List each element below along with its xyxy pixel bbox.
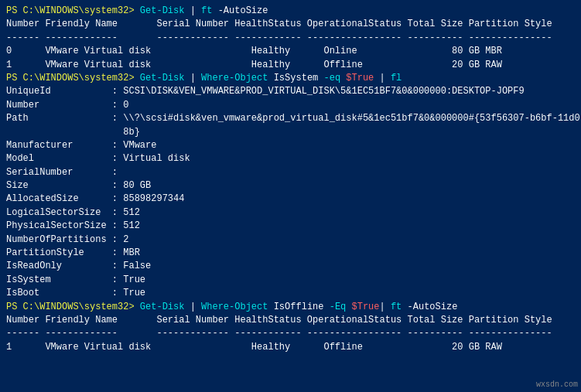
terminal-line: Manufacturer : VMware (6, 139, 575, 152)
terminal-text: IsBoot : True (6, 288, 145, 298)
terminal-text: Where-Object (201, 302, 268, 312)
terminal-line: IsBoot : True (6, 287, 575, 300)
terminal-line: UniqueId : SCSI\DISK&VEN_VMWARE&PROD_VIR… (6, 85, 575, 98)
terminal-line: AllocatedSize : 85898297344 (6, 193, 575, 206)
terminal-line: 8b} (6, 126, 575, 139)
terminal-line: Path : \\?\scsi#disk&ven_vmware&prod_vir… (6, 112, 575, 125)
terminal-text: fl (391, 73, 402, 84)
terminal-text: PS C:\WINDOWS\system32> (6, 302, 140, 312)
terminal-text: IsSystem : True (6, 274, 145, 285)
terminal-line: PartitionStyle : MBR (6, 247, 575, 260)
terminal-text: UniqueId : SCSI\DISK&VEN_VMWARE&PROD_VIR… (6, 86, 525, 97)
watermark: wxsdn.com (536, 380, 578, 389)
terminal-text: PartitionStyle : MBR (6, 247, 140, 258)
terminal-text: PS C:\WINDOWS\system32> (6, 5, 140, 16)
terminal-text: Where-Object (201, 73, 268, 84)
terminal-line: IsSystem : True (6, 274, 575, 287)
terminal-text: -eq (323, 73, 340, 84)
terminal-text: | (184, 302, 201, 312)
terminal-text (346, 302, 351, 312)
terminal-text: Size : 80 GB (6, 180, 151, 191)
terminal-line: 0 VMware Virtual disk Healthy Online 80 … (6, 45, 575, 58)
terminal-line: PS C:\WINDOWS\system32> Get-Disk | Where… (6, 301, 575, 314)
terminal-text: Get-Disk (140, 5, 185, 16)
terminal-line: PhysicalSectorSize : 512 (6, 220, 575, 233)
terminal-text: 1 VMware Virtual disk Healthy Offline 20… (6, 342, 502, 353)
terminal-text: ------ ------------- ------------- -----… (6, 32, 552, 43)
terminal-text: IsOffline (268, 302, 329, 312)
terminal-line: Number Friendly Name Serial Number Healt… (6, 314, 575, 327)
terminal-line: ------ ------------- ------------- -----… (6, 327, 575, 340)
terminal-text: | (374, 73, 391, 84)
terminal-line: 1 VMware Virtual disk Healthy Offline 20… (6, 341, 575, 354)
terminal-line: NumberOfPartitions : 2 (6, 233, 575, 247)
terminal-text: Model : Virtual disk (6, 153, 190, 164)
terminal-text: IsReadOnly : False (6, 261, 151, 271)
terminal-text: | (184, 73, 201, 84)
terminal-text: Number Friendly Name Serial Number Healt… (6, 315, 552, 326)
terminal-text: Get-Disk (140, 302, 185, 312)
terminal-text: 0 VMware Virtual disk Healthy Online 80 … (6, 46, 502, 56)
terminal-text: Number Friendly Name Serial Number Healt… (6, 19, 552, 29)
terminal-text: ft (391, 302, 402, 312)
terminal-text: -AutoSize (212, 5, 268, 16)
terminal-text: 1 VMware Virtual disk Healthy Offline 20… (6, 60, 502, 70)
terminal-line: IsReadOnly : False (6, 260, 575, 273)
terminal-text: NumberOfPartitions : 2 (6, 234, 128, 245)
terminal-text: 8b} (6, 127, 140, 138)
terminal-line: ------ ------------- ------------- -----… (6, 32, 575, 45)
terminal-line: Size : 80 GB (6, 179, 575, 193)
terminal-line: PS C:\WINDOWS\system32> Get-Disk | Where… (6, 72, 575, 85)
terminal-line: Number : 0 (6, 99, 575, 112)
terminal-text: Path : \\?\scsi#disk&ven_vmware&prod_vir… (6, 113, 581, 124)
terminal-text: LogicalSectorSize : 512 (6, 207, 140, 218)
terminal-text: | (184, 5, 201, 16)
terminal-text: PhysicalSectorSize : 512 (6, 220, 140, 231)
terminal-text: Number : 0 (6, 100, 128, 111)
terminal-line: SerialNumber : (6, 166, 575, 179)
terminal-line: LogicalSectorSize : 512 (6, 206, 575, 220)
terminal-text: Get-Disk (140, 73, 185, 84)
terminal-window: PS C:\WINDOWS\system32> Get-Disk | ft -A… (6, 5, 575, 354)
terminal-text: | (380, 302, 391, 312)
terminal-text: ------ ------------- ------------- -----… (6, 328, 552, 339)
terminal-text: -Eq (330, 302, 347, 312)
terminal-text: AllocatedSize : 85898297344 (6, 193, 184, 204)
terminal-line: Number Friendly Name Serial Number Healt… (6, 18, 575, 31)
terminal-text: Manufacturer : VMware (6, 140, 156, 151)
terminal-text: PS C:\WINDOWS\system32> (6, 73, 140, 84)
terminal-text: -AutoSize (402, 302, 457, 312)
terminal-line: PS C:\WINDOWS\system32> Get-Disk | ft -A… (6, 5, 575, 18)
terminal-text: IsSystem (268, 73, 323, 84)
terminal-text: $True (352, 302, 380, 312)
terminal-line: 1 VMware Virtual disk Healthy Offline 20… (6, 59, 575, 72)
terminal-text: ft (201, 5, 212, 16)
terminal-text: SerialNumber : (6, 167, 118, 178)
terminal-text: $True (346, 73, 374, 84)
terminal-line: Model : Virtual disk (6, 152, 575, 165)
